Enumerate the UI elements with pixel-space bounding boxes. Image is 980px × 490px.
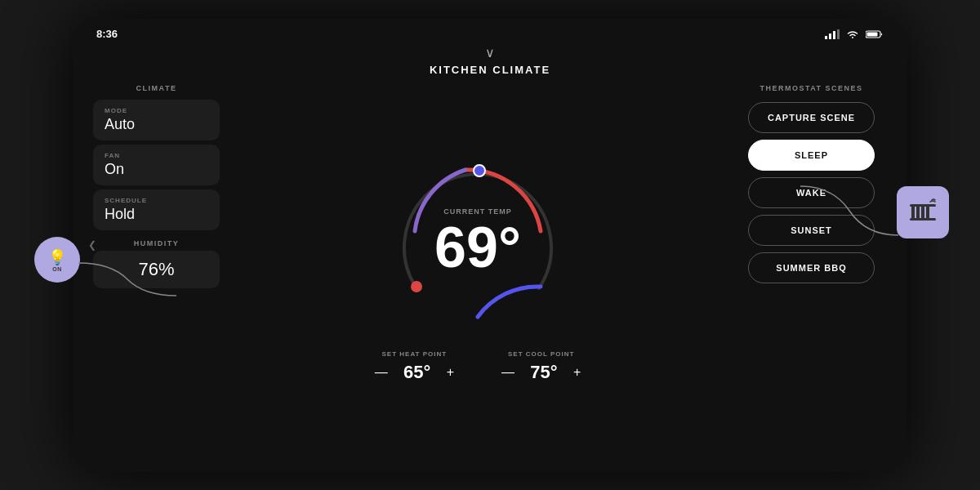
heat-point-controls: — 65° + — [372, 362, 457, 383]
heat-point: SET HEAT POINT — 65° + — [372, 350, 457, 383]
svg-rect-11 — [867, 32, 878, 36]
scene-summer-bbq-button[interactable]: SUMMER BBQ — [748, 252, 875, 283]
svg-rect-5 — [910, 218, 936, 220]
radiator-icon — [908, 198, 938, 227]
humidity-value-card: 76% — [93, 251, 220, 288]
fan-value: On — [105, 161, 208, 178]
climate-panel: CLIMATE MODE Auto FAN On SCHEDULE Hold — [93, 81, 220, 459]
left-edge-indicator: ❮ — [88, 239, 96, 251]
lightbulb-icon: 💡 — [48, 248, 66, 266]
heat-point-value: 65° — [401, 362, 434, 383]
tablet-frame: 8:36 — [74, 19, 906, 472]
cool-minus-button[interactable]: — — [498, 363, 518, 381]
wifi-icon — [846, 29, 859, 39]
page-title: KITCHEN CLIMATE — [430, 64, 550, 76]
main-content: CLIMATE MODE Auto FAN On SCHEDULE Hold — [74, 81, 906, 472]
mode-card[interactable]: MODE Auto — [93, 100, 220, 140]
current-temp-display: CURRENT TEMP 69° — [434, 207, 521, 276]
cool-point-label: SET COOL POINT — [508, 350, 574, 358]
mode-label: MODE — [105, 107, 208, 114]
scene-capture-button[interactable]: CAPTURE SCENE — [748, 102, 875, 133]
scene-sunset-button[interactable]: SUNSET — [748, 215, 875, 246]
fan-label: FAN — [105, 152, 208, 159]
radiator-bubble[interactable] — [897, 186, 949, 238]
mode-value: Auto — [105, 116, 208, 133]
schedule-card[interactable]: SCHEDULE Hold — [93, 189, 220, 230]
svg-point-13 — [474, 165, 485, 176]
title-bar: ∨ KITCHEN CLIMATE — [74, 45, 906, 81]
current-temp-value: 69° — [434, 216, 521, 279]
humidity-label: HUMIDITY — [93, 239, 220, 247]
cool-point: SET COOL POINT — 75° + — [498, 350, 584, 383]
battery-icon — [866, 29, 884, 39]
heat-plus-button[interactable]: + — [443, 363, 457, 381]
cool-point-value: 75° — [528, 362, 560, 383]
current-temp-label: CURRENT TEMP — [434, 207, 521, 216]
scenes-panel: THERMOSTAT SCENES CAPTURE SCENE SLEEP WA… — [736, 81, 887, 459]
heat-point-label: SET HEAT POINT — [382, 350, 448, 358]
svg-point-12 — [411, 281, 422, 292]
fan-card[interactable]: FAN On — [93, 145, 220, 185]
status-icons — [825, 29, 884, 39]
svg-rect-6 — [825, 36, 827, 39]
heat-minus-button[interactable]: — — [372, 363, 391, 381]
scenes-section-label: THERMOSTAT SCENES — [760, 84, 862, 92]
schedule-value: Hold — [105, 206, 208, 223]
status-time: 8:36 — [96, 28, 118, 40]
svg-rect-9 — [837, 29, 840, 39]
humidity-value: 76% — [138, 259, 174, 280]
dial-container[interactable]: CURRENT TEMP 69° — [384, 149, 572, 337]
svg-rect-7 — [829, 33, 831, 39]
cool-plus-button[interactable]: + — [570, 363, 584, 381]
right-side-bubble[interactable] — [897, 186, 949, 238]
climate-section-label: CLIMATE — [93, 84, 220, 92]
thermostat-panel: CURRENT TEMP 69° SET HEAT POINT — 65° + — [228, 81, 728, 459]
chevron-down-icon[interactable]: ∨ — [485, 45, 495, 60]
svg-rect-4 — [910, 204, 936, 207]
scene-sleep-button[interactable]: SLEEP — [748, 140, 875, 171]
status-bar: 8:36 — [74, 19, 906, 45]
svg-rect-8 — [833, 31, 835, 39]
left-side-bubble[interactable]: 💡 ON — [34, 237, 80, 283]
set-points-container: SET HEAT POINT — 65° + SET COOL POINT — … — [372, 350, 585, 383]
left-bubble-label: ON — [52, 266, 62, 272]
signal-icon — [825, 29, 840, 39]
cool-point-controls: — 75° + — [498, 362, 584, 383]
schedule-label: SCHEDULE — [105, 197, 208, 204]
scene-wake-button[interactable]: WAKE — [748, 177, 875, 208]
humidity-card: HUMIDITY 76% — [93, 239, 220, 288]
